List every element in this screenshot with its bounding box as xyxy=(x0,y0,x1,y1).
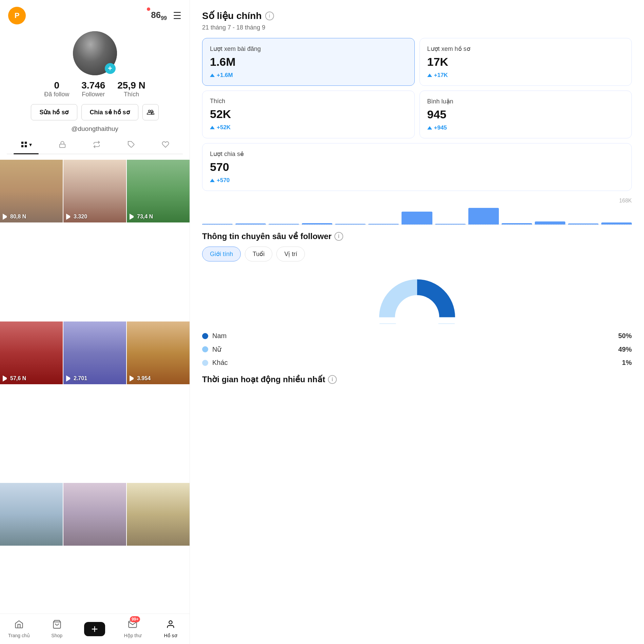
action-buttons: Sửa hồ sơ Chia sẻ hồ sơ xyxy=(31,104,158,120)
filter-tab-gender[interactable]: Giới tính xyxy=(202,247,241,261)
card-label: Bình luận xyxy=(427,98,624,105)
grid-item[interactable]: 57,6 N xyxy=(0,321,63,384)
nav-home-label: Trang chủ xyxy=(8,633,30,638)
tab-repost[interactable] xyxy=(86,137,107,154)
card-label: Lượt xem bài đăng xyxy=(210,45,407,53)
nav-profile[interactable]: Hồ sơ xyxy=(152,620,190,638)
follower-info-icon[interactable]: i xyxy=(334,232,343,241)
tab-grid[interactable]: ▾ xyxy=(14,137,39,154)
stat-card-likes: Thích 52K +52K xyxy=(202,91,415,138)
up-arrow-icon xyxy=(427,74,432,77)
profile-icon xyxy=(166,620,175,631)
nav-shop-label: Shop xyxy=(51,633,62,638)
legend-nam: Nam 50% xyxy=(202,332,632,340)
grid-item[interactable]: 80,8 N xyxy=(0,160,63,222)
legend-label-khac: Khác xyxy=(212,359,228,367)
legend-value-nam: 50% xyxy=(618,332,632,340)
date-range: 21 tháng 7 - 18 tháng 9 xyxy=(202,24,632,31)
svg-rect-0 xyxy=(21,142,23,144)
metrics-header: Số liệu chính i xyxy=(202,10,632,21)
video-grid: 80,8 N 3.320 73,4 N 57,6 N xyxy=(0,160,190,644)
card-change: +1.6M xyxy=(210,72,407,79)
up-arrow-icon xyxy=(210,179,215,182)
grid-item[interactable] xyxy=(0,483,63,546)
nav-inbox[interactable]: 99+ Hộp thư xyxy=(114,620,152,638)
grid-item[interactable] xyxy=(127,483,190,546)
card-label: Lượt chia sẻ xyxy=(210,150,624,158)
follower-label: Follower xyxy=(82,91,105,98)
inbox-badge: 99+ xyxy=(130,616,140,622)
view-count: 80,8 N xyxy=(3,214,26,220)
active-time-info-icon[interactable]: i xyxy=(328,375,337,384)
card-label: Thích xyxy=(210,98,407,105)
grid-item[interactable] xyxy=(63,483,126,546)
avatar-container: + xyxy=(73,31,117,75)
chart-bar xyxy=(269,224,299,225)
svg-rect-3 xyxy=(25,145,27,147)
svg-point-7 xyxy=(169,621,172,624)
chart-bar xyxy=(368,224,399,225)
tab-like[interactable] xyxy=(155,137,176,154)
tab-private[interactable] xyxy=(52,137,73,154)
grid-item[interactable]: 3.954 xyxy=(127,321,190,384)
chart-bottom-cover xyxy=(370,317,465,324)
filter-tab-location[interactable]: Vị trí xyxy=(276,247,305,261)
tab-tag[interactable] xyxy=(121,137,142,154)
top-right-controls: 8699 ☰ xyxy=(151,10,181,21)
legend-label-nam: Nam xyxy=(212,332,227,340)
legend-left-nam: Nam xyxy=(202,332,227,340)
chart-bar xyxy=(402,212,432,225)
legend-khac: Khác 1% xyxy=(202,359,632,367)
grid-item[interactable]: 2.701 xyxy=(63,321,126,384)
card-value: 945 xyxy=(427,108,624,121)
chart-bars xyxy=(202,198,632,225)
nav-inbox-label: Hộp thư xyxy=(124,633,141,638)
card-change: +17K xyxy=(427,72,624,79)
card-value: 570 xyxy=(210,160,624,174)
follow-value: 0 xyxy=(44,80,69,91)
menu-icon[interactable]: ☰ xyxy=(173,10,181,21)
legend-value-khac: 1% xyxy=(622,359,632,367)
view-count: 73,4 N xyxy=(130,214,153,220)
edit-profile-button[interactable]: Sửa hồ sơ xyxy=(31,104,77,120)
create-button[interactable] xyxy=(84,622,105,636)
gender-legend: Nam 50% Nữ 49% Khác 1% xyxy=(202,332,632,367)
active-time-header: Thời gian hoạt động nhiều nhất i xyxy=(202,375,632,384)
bottom-navigation: Trang chủ Shop xyxy=(0,613,190,644)
up-arrow-icon xyxy=(427,126,432,130)
left-panel: P 8699 ☰ + 0 Đã follow 3.746 Follower xyxy=(0,0,190,644)
grid-item[interactable]: 73,4 N xyxy=(127,160,190,222)
profile-stats-row: 0 Đã follow 3.746 Follower 25,9 N Thích xyxy=(44,80,145,98)
score-badge: 8699 xyxy=(151,10,167,21)
chart-bar xyxy=(435,224,466,225)
info-icon[interactable]: i xyxy=(265,12,274,20)
card-change: +52K xyxy=(210,124,407,131)
chart-bar xyxy=(302,223,332,225)
nav-profile-label: Hồ sơ xyxy=(164,633,177,638)
nav-shop[interactable]: Shop xyxy=(38,620,76,638)
add-avatar-button[interactable]: + xyxy=(105,63,116,74)
chart-bar xyxy=(601,222,632,225)
card-label: Lượt xem hồ sơ xyxy=(427,45,624,53)
nav-create[interactable] xyxy=(76,622,114,636)
view-count: 2.701 xyxy=(66,375,87,382)
follow-label: Đã follow xyxy=(44,91,69,98)
right-panel: Số liệu chính i 21 tháng 7 - 18 tháng 9 … xyxy=(190,0,644,644)
filter-tabs: Giới tính Tuổi Vị trí xyxy=(202,247,632,261)
chart-bar xyxy=(335,224,366,225)
legend-left-nu: Nữ xyxy=(202,345,221,353)
notification-dot xyxy=(147,7,150,11)
add-friend-button[interactable] xyxy=(142,104,159,120)
legend-label-nu: Nữ xyxy=(212,345,221,353)
content-tabs: ▾ xyxy=(7,137,183,154)
share-profile-button[interactable]: Chia sẻ hồ sơ xyxy=(81,104,138,120)
stat-card-views-post: Lượt xem bài đăng 1.6M +1.6M xyxy=(202,38,415,86)
shop-icon xyxy=(52,620,62,631)
grid-item[interactable]: 3.320 xyxy=(63,160,126,222)
nav-home[interactable]: Trang chủ xyxy=(0,620,38,638)
donut-chart xyxy=(202,270,632,324)
chart-bar xyxy=(502,223,532,225)
filter-tab-age[interactable]: Tuổi xyxy=(245,247,272,261)
like-label: Thích xyxy=(124,91,139,98)
profile-section: + 0 Đã follow 3.746 Follower 25,9 N Thíc… xyxy=(0,28,190,160)
